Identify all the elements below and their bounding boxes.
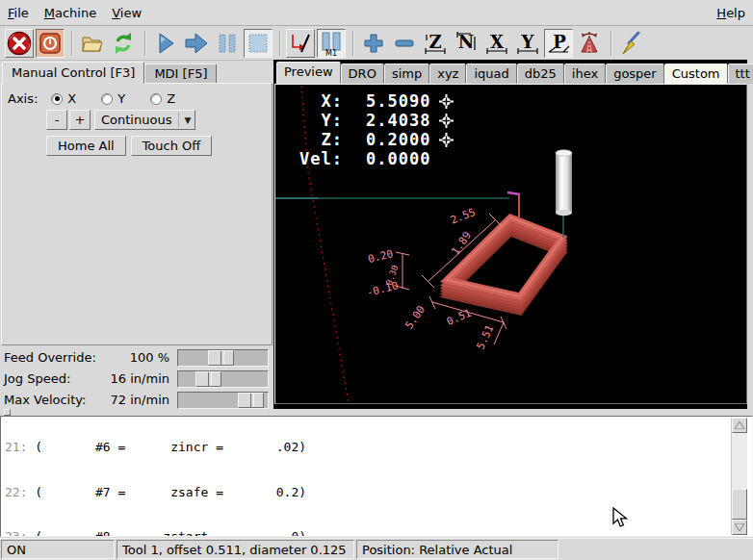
open-file-button[interactable] [78,29,107,58]
preview-canvas[interactable]: 2.55 1.89 0.20 0.30 -0.10 5.00 0.51 5.51… [274,84,747,404]
arrow-down-icon [735,523,744,531]
sash-grip[interactable] [4,409,11,416]
toolbar-separator [279,31,281,56]
step-button[interactable] [182,29,211,58]
tab-db25[interactable]: db25 [517,64,564,84]
view-z-icon: Z [423,31,448,56]
menu-help[interactable]: Help [709,3,753,23]
max-velocity-value: 72 in/min [105,393,177,407]
tab-ihex[interactable]: ihex [564,64,606,84]
gcode-listing[interactable]: 21: ( #6 = zincr = .02) 22: ( #7 = zsafe… [0,416,753,537]
estop-icon [7,31,32,56]
home-all-button[interactable]: Home All [46,136,126,156]
tab-gosper[interactable]: gosper [606,64,664,84]
svg-text:P: P [553,32,566,52]
feed-override-slider[interactable] [177,349,269,367]
axis-radio-z[interactable]: Z [150,91,175,106]
jog-speed-label: Jog Speed: [4,371,105,386]
manual-control-panel: Manual Control [F3] MDI [F5] Axis: X Y Z… [0,60,274,409]
jog-speed-row: Jog Speed: 16 in/min [4,369,272,388]
rapid-move-line [507,192,520,194]
touch-off-button[interactable]: Touch Off [131,136,213,156]
homed-icon [439,114,454,128]
feed-override-handle[interactable] [208,350,234,366]
run-icon [154,32,177,55]
menu-view[interactable]: View [104,3,149,23]
tab-simp[interactable]: simp [384,64,429,84]
run-button[interactable] [151,29,180,58]
reload-icon [111,31,136,56]
gcode-text: 21: ( #6 = zincr = .02) 22: ( #7 = zsafe… [5,416,457,537]
left-tabbar: Manual Control [F3] MDI [F5] [2,62,217,84]
tab-manual-control[interactable]: Manual Control [F3] [2,62,144,84]
zoom-out-icon [393,32,416,55]
radio-x-icon[interactable] [51,93,63,105]
dro-z-value: 0.2000 [366,130,430,149]
dro-z-label: Z: [289,130,343,149]
axis-label: Axis: [8,91,38,106]
axis-radio-y[interactable]: Y [101,91,125,106]
chevron-down-icon: ▼ [178,113,191,127]
axis-radio-x[interactable]: X [51,91,76,106]
step-icon [184,32,209,55]
toolbar-separator [144,31,146,56]
skip-lines-button[interactable] [286,29,315,58]
jog-increment-combobox[interactable]: Continuous ▼ [94,110,195,130]
stop-button[interactable] [244,29,273,58]
svg-text:M1: M1 [325,48,337,56]
position-mode-text: Position: Relative Actual [362,543,512,557]
max-velocity-slider[interactable] [177,392,269,409]
dro-y-label: Y: [289,111,343,130]
rotate-view-button[interactable] [575,29,604,58]
jog-plus-button[interactable]: + [69,110,91,130]
gcode-line: 22: ( #7 = zsafe = 0.2) [5,485,457,500]
radio-y-icon[interactable] [101,93,113,105]
view-perspective-button[interactable]: P [544,29,573,58]
max-velocity-handle[interactable] [238,393,264,408]
tool-info-text: Tool 1, offset 0.511, diameter 0.125 [122,543,347,557]
axis-window: { "menu": { "file": "File", "machine": "… [0,0,753,560]
view-y-button[interactable]: Y [513,29,542,58]
tab-custom[interactable]: Custom [664,64,728,84]
scroll-down-button[interactable] [732,520,747,535]
homed-icon [439,133,454,147]
svg-text:0.20: 0.20 [367,247,395,266]
clear-plot-button[interactable] [617,29,646,58]
zoom-in-button[interactable] [359,29,388,58]
dro-x-value: 5.5090 [366,91,430,111]
menu-file[interactable]: File [0,3,37,23]
reload-button[interactable] [109,29,138,58]
tab-iquad[interactable]: iquad [466,64,516,84]
tab-xyz[interactable]: xyz [429,64,466,84]
menu-machine[interactable]: Machine [37,3,104,23]
scroll-up-button[interactable] [732,418,747,433]
pane-sash[interactable] [0,409,753,416]
tab-dro[interactable]: DRO [341,64,384,84]
gcode-scrollbar[interactable] [731,418,747,535]
feed-override-label: Feed Override: [4,350,105,365]
tab-preview[interactable]: Preview [276,62,341,84]
radio-z-icon[interactable] [150,93,162,105]
jog-speed-slider[interactable] [177,370,269,388]
max-velocity-label: Max Velocity: [4,393,105,407]
rotate-view-icon [577,31,602,56]
estop-button[interactable] [5,29,34,58]
tab-mdi[interactable]: MDI [F5] [144,64,217,84]
view-y-icon: Y [515,31,540,56]
machine-power-button[interactable] [36,29,65,58]
optional-pause-button[interactable]: M1 [317,29,346,58]
preview-tabbar: Preview DRO simp xyz iquad db25 ihex gos… [276,62,753,84]
pause-button[interactable] [213,29,242,58]
jog-speed-handle[interactable] [195,371,221,387]
dro-z-line: Z: 0.2000 [289,130,454,149]
gcode-line: 23: ( #8 = zstart = 0) [5,529,457,537]
tab-ttt[interactable]: ttt [728,64,753,84]
view-z-rotated-button[interactable]: N [452,29,480,58]
jog-minus-button[interactable]: - [46,110,67,130]
dro-vel-line: Vel: 0.0000 [289,149,454,168]
view-x-button[interactable]: X [482,29,511,58]
view-z-button[interactable]: Z [421,29,450,58]
open-folder-icon [80,31,105,56]
scroll-thumb[interactable] [732,489,747,520]
zoom-out-button[interactable] [390,29,419,58]
